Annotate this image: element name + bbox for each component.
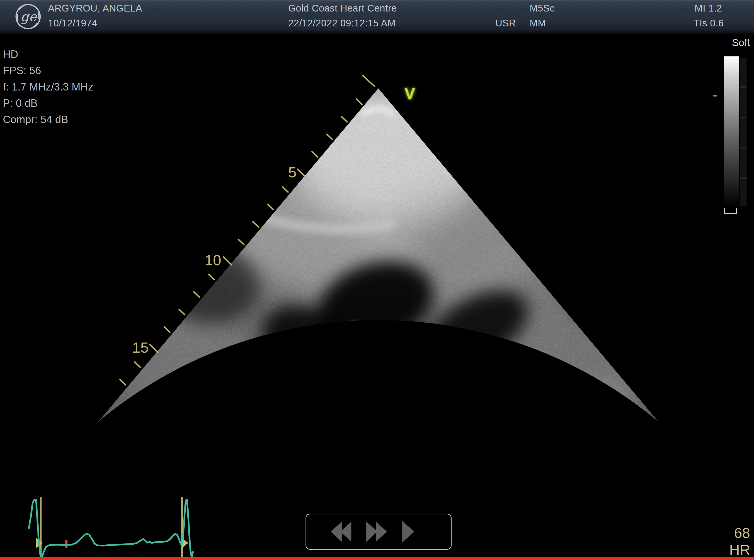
depth-label-10: 10 [205,252,221,268]
ultrasound-screen: { "header": { "patient_name": "ARGYROU, … [0,0,754,560]
play-icon [402,521,414,543]
ecg-timing-cursor [65,540,67,548]
rewind-icon [341,522,351,542]
tgc-strip [740,58,747,206]
scale-bracket-left-icon [724,208,731,214]
rewind-button[interactable] [331,522,351,542]
hr-label: HR [712,541,750,558]
scale-bracket-right-icon [730,208,737,214]
gray-map-label: Soft [732,37,750,48]
grayscale-bar [724,56,739,206]
fast-forward-button[interactable] [366,522,387,542]
depth-label-15: 15 [132,339,149,356]
depth-label-5: 5 [288,164,296,181]
hr-value: 68 [712,525,750,541]
probe-orientation-marker: V [405,84,415,103]
heart-rate-block: 68 HR [712,525,750,558]
play-button[interactable] [402,521,414,543]
ecg-waveform [29,500,193,557]
ecg-region [29,497,193,557]
cine-playback-controls [306,514,451,550]
record-status-bar [0,557,754,560]
sector-fan [72,72,689,540]
ultrasound-sector-image [0,0,754,560]
focus-marker [713,95,717,97]
fast-forward-icon [376,522,387,542]
